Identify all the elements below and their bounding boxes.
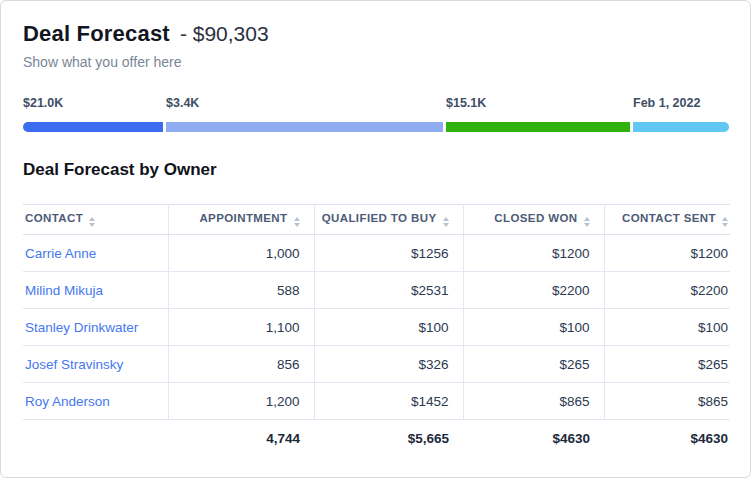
contact-link[interactable]: Stanley Drinkwater <box>25 320 138 335</box>
column-header-appointment[interactable]: Appointment <box>168 205 314 235</box>
contact-link[interactable]: Milind Mikuja <box>25 283 103 298</box>
column-header-label: Contact Sent <box>622 212 716 224</box>
sort-icon[interactable] <box>89 217 95 227</box>
total-closed: $4630 <box>463 420 604 457</box>
sort-icon[interactable] <box>722 217 728 227</box>
totals-empty-cell <box>23 420 168 457</box>
deal-forecast-table: Contact Appointment Qualified to Buy Clo… <box>23 204 730 457</box>
cell-qualified: $1452 <box>314 383 463 420</box>
deal-forecast-card: Deal Forecast - $90,303 Show what you of… <box>0 0 751 478</box>
table-row: Milind Mikuja 588 $2531 $2200 $2200 <box>23 272 730 309</box>
table-row: Josef Stravinsky 856 $326 $265 $265 <box>23 346 730 383</box>
segment-label: $15.1K <box>446 96 486 110</box>
page-title: Deal Forecast <box>23 21 170 47</box>
cell-sent: $865 <box>604 383 730 420</box>
totals-row: 4,744 $5,665 $4630 $4630 <box>23 420 730 457</box>
total-appointment: 4,744 <box>168 420 314 457</box>
cell-sent: $2200 <box>604 272 730 309</box>
column-header-sent[interactable]: Contact Sent <box>604 205 730 235</box>
cell-qualified: $100 <box>314 309 463 346</box>
total-sent: $4630 <box>604 420 730 457</box>
progress-segment-sent <box>633 122 729 132</box>
cell-sent: $265 <box>604 346 730 383</box>
page-subtitle: Show what you offer here <box>23 54 728 70</box>
cell-closed: $865 <box>463 383 604 420</box>
progress-segment-closed <box>446 122 630 132</box>
contact-link[interactable]: Roy Anderson <box>25 394 110 409</box>
table-row: Carrie Anne 1,000 $1256 $1200 $1200 <box>23 235 730 272</box>
contact-link[interactable]: Josef Stravinsky <box>25 357 123 372</box>
contact-link[interactable]: Carrie Anne <box>25 246 96 261</box>
cell-appointment: 588 <box>168 272 314 309</box>
cell-qualified: $2531 <box>314 272 463 309</box>
table-header-row: Contact Appointment Qualified to Buy Clo… <box>23 205 730 235</box>
cell-closed: $2200 <box>463 272 604 309</box>
card-header: Deal Forecast - $90,303 <box>23 21 728 47</box>
sort-icon[interactable] <box>294 217 300 227</box>
progress-bar-labels: $21.0K $3.4K $15.1K Feb 1, 2022 <box>23 96 730 112</box>
column-header-label: Contact <box>25 212 83 224</box>
table-row: Stanley Drinkwater 1,100 $100 $100 $100 <box>23 309 730 346</box>
column-header-qualified[interactable]: Qualified to Buy <box>314 205 463 235</box>
cell-appointment: 856 <box>168 346 314 383</box>
cell-qualified: $1256 <box>314 235 463 272</box>
forecast-amount: - $90,303 <box>180 22 269 46</box>
cell-appointment: 1,100 <box>168 309 314 346</box>
column-header-label: Appointment <box>199 212 287 224</box>
column-header-label: Closed Won <box>494 212 577 224</box>
progress-segment-qualified <box>166 122 443 132</box>
segment-label: Feb 1, 2022 <box>633 96 700 110</box>
cell-closed: $1200 <box>463 235 604 272</box>
cell-appointment: 1,200 <box>168 383 314 420</box>
column-header-closed[interactable]: Closed Won <box>463 205 604 235</box>
table-title: Deal Forecast by Owner <box>23 160 728 180</box>
cell-closed: $100 <box>463 309 604 346</box>
total-qualified: $5,665 <box>314 420 463 457</box>
cell-qualified: $326 <box>314 346 463 383</box>
column-header-label: Qualified to Buy <box>322 212 437 224</box>
cell-sent: $100 <box>604 309 730 346</box>
cell-sent: $1200 <box>604 235 730 272</box>
column-header-contact[interactable]: Contact <box>23 205 168 235</box>
segment-label: $21.0K <box>23 96 63 110</box>
segment-label: $3.4K <box>166 96 199 110</box>
cell-appointment: 1,000 <box>168 235 314 272</box>
sort-icon[interactable] <box>443 217 449 227</box>
table-row: Roy Anderson 1,200 $1452 $865 $865 <box>23 383 730 420</box>
cell-closed: $265 <box>463 346 604 383</box>
progress-segment-appointment <box>23 122 163 132</box>
sort-icon[interactable] <box>584 217 590 227</box>
deal-progress-bar <box>23 122 730 132</box>
